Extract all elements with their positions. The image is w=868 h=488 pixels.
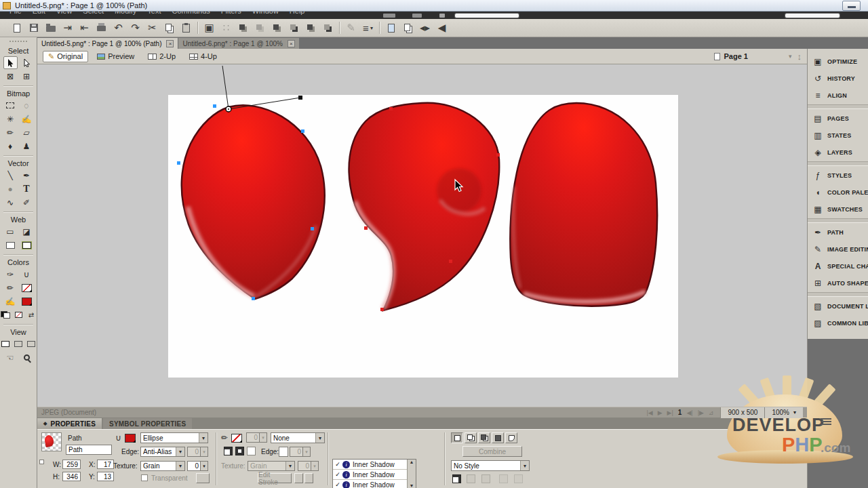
- bring-forward-icon[interactable]: [302, 20, 319, 35]
- stroke-center-icon[interactable]: [235, 447, 244, 455]
- import-icon[interactable]: [59, 20, 76, 35]
- new-document-icon[interactable]: [8, 20, 25, 35]
- rubber-stamp-tool[interactable]: [20, 140, 34, 152]
- open-icon[interactable]: [42, 20, 59, 35]
- menu-text[interactable]: Text: [147, 12, 161, 15]
- group-icon[interactable]: [235, 20, 252, 35]
- scroll-up-icon[interactable]: ▲: [410, 460, 414, 464]
- panel-styles[interactable]: STYLES: [808, 167, 868, 184]
- tab-properties[interactable]: ◆PROPERTIES: [37, 418, 102, 429]
- combine-none-button[interactable]: [451, 432, 463, 443]
- filter-row[interactable]: Inner Shadow: [333, 460, 416, 470]
- stroke-outside-icon[interactable]: [247, 447, 256, 455]
- flip-vertical-icon[interactable]: [433, 20, 450, 35]
- first-state-icon[interactable]: |◀: [646, 409, 652, 416]
- panel-special-characters[interactable]: SPECIAL CHARACTERS: [808, 258, 868, 274]
- style-dropdown[interactable]: No Style: [451, 460, 530, 471]
- subselect-tool[interactable]: [20, 56, 34, 69]
- hide-slices-button[interactable]: [3, 239, 18, 251]
- panel-common-library[interactable]: COMMON LIBRARY: [808, 314, 868, 331]
- crop-tool[interactable]: [20, 70, 34, 83]
- eraser-tool[interactable]: [20, 126, 34, 139]
- export-icon[interactable]: [76, 20, 93, 35]
- panel-optimize[interactable]: OPTIMIZE: [808, 53, 868, 70]
- close-tab-icon[interactable]: [166, 40, 174, 47]
- send-backward-icon[interactable]: [319, 20, 336, 35]
- stroke-edge-field[interactable]: [279, 447, 288, 457]
- no-color-icon[interactable]: [13, 308, 24, 321]
- close-tab-icon[interactable]: [288, 40, 295, 47]
- control-handle-point[interactable]: [298, 96, 302, 100]
- menu-filters[interactable]: Filters: [221, 12, 241, 15]
- brush-tool[interactable]: [20, 113, 34, 125]
- panel-states[interactable]: STATES: [808, 127, 868, 144]
- lasso-tool[interactable]: [20, 99, 34, 112]
- scroll-down-icon[interactable]: ▼: [410, 483, 414, 488]
- play-icon[interactable]: ▶: [658, 409, 663, 416]
- combine-subtract-button[interactable]: [478, 432, 490, 443]
- fit-canvas-icon[interactable]: ⊿: [709, 409, 714, 416]
- panel-document-library[interactable]: DOCUMENT LIBRARY: [808, 298, 868, 314]
- scale-tool[interactable]: [3, 70, 18, 83]
- full-screen-mode-button[interactable]: [26, 338, 37, 350]
- chevron-down-icon[interactable]: [789, 53, 792, 60]
- fill-category-dropdown[interactable]: Ellipse: [140, 432, 208, 443]
- send-to-back-icon[interactable]: [285, 20, 302, 35]
- standard-screen-mode-button[interactable]: [0, 338, 11, 350]
- undo-icon[interactable]: [110, 20, 127, 35]
- save-icon[interactable]: [25, 20, 42, 35]
- page-nav-icon[interactable]: [797, 52, 802, 62]
- check-icon[interactable]: [333, 481, 342, 488]
- width-field[interactable]: 259: [62, 460, 81, 469]
- swap-colors-icon[interactable]: [26, 308, 37, 321]
- panel-swatches[interactable]: SWATCHES: [808, 201, 868, 218]
- transparent-checkbox[interactable]: [141, 474, 148, 481]
- bring-to-front-icon[interactable]: [269, 20, 285, 35]
- filter-row[interactable]: Inner Shadow: [333, 480, 416, 488]
- object-name-input[interactable]: Path: [66, 445, 112, 455]
- check-icon[interactable]: [333, 461, 342, 468]
- fill-texture-amount[interactable]: 0: [187, 461, 208, 471]
- filters-scrollbar[interactable]: ▲▼: [407, 460, 416, 488]
- fill-color-swatch[interactable]: [125, 434, 136, 443]
- appbar-button[interactable]: [412, 14, 422, 18]
- paint-bucket-tool[interactable]: [20, 268, 34, 281]
- height-field[interactable]: 346: [62, 472, 81, 481]
- cut-icon[interactable]: [144, 20, 161, 35]
- crop-document-icon[interactable]: [201, 20, 218, 35]
- appbar-pen-icon[interactable]: [439, 14, 445, 18]
- full-screen-menu-mode-button[interactable]: [13, 338, 24, 350]
- constrain-icon[interactable]: [39, 460, 44, 464]
- text-tool[interactable]: [20, 182, 34, 195]
- slice-tool[interactable]: [20, 225, 34, 238]
- marquee-tool[interactable]: [3, 99, 18, 112]
- paste-icon[interactable]: [178, 20, 195, 35]
- zoom-tool[interactable]: [20, 351, 34, 364]
- document-workspace[interactable]: [37, 64, 807, 407]
- hand-tool[interactable]: [3, 351, 18, 364]
- menu-edit[interactable]: Edit: [33, 12, 45, 15]
- document-tab-inactive[interactable]: Untitled-6.png* : Page 1 @ 100%: [178, 38, 298, 49]
- panel-color-palette[interactable]: COLOR PALETTE: [808, 184, 868, 201]
- stroke-color-swatch[interactable]: [231, 434, 242, 443]
- view-2up-button[interactable]: 2-Up: [143, 51, 180, 62]
- canvas-svg[interactable]: [37, 64, 807, 407]
- freeform-tool[interactable]: [3, 196, 18, 209]
- pen-tool[interactable]: [20, 169, 34, 182]
- hotspot-tool[interactable]: [3, 225, 18, 238]
- copy-icon[interactable]: [161, 20, 178, 35]
- combine-union-button[interactable]: [465, 432, 477, 443]
- panel-gripper[interactable]: [9, 41, 27, 43]
- panel-history[interactable]: HISTORY: [808, 70, 868, 87]
- ellipse-tool[interactable]: [3, 182, 18, 195]
- align-dropdown[interactable]: [359, 20, 376, 35]
- tab-symbol-properties[interactable]: SYMBOL PROPERTIES: [103, 418, 192, 429]
- document-tab-active[interactable]: Untitled-5.png* : Page 1 @ 100% (Path): [37, 38, 178, 49]
- view-original-button[interactable]: ✎Original: [43, 51, 88, 62]
- stroke-inside-icon[interactable]: [224, 447, 233, 455]
- combine-crop-button[interactable]: [505, 432, 517, 443]
- fill-texture-dropdown[interactable]: Grain: [140, 461, 185, 471]
- new-page-icon[interactable]: [382, 20, 399, 35]
- eyedropper-tool[interactable]: [3, 268, 18, 281]
- panel-align[interactable]: ALIGN: [808, 87, 868, 104]
